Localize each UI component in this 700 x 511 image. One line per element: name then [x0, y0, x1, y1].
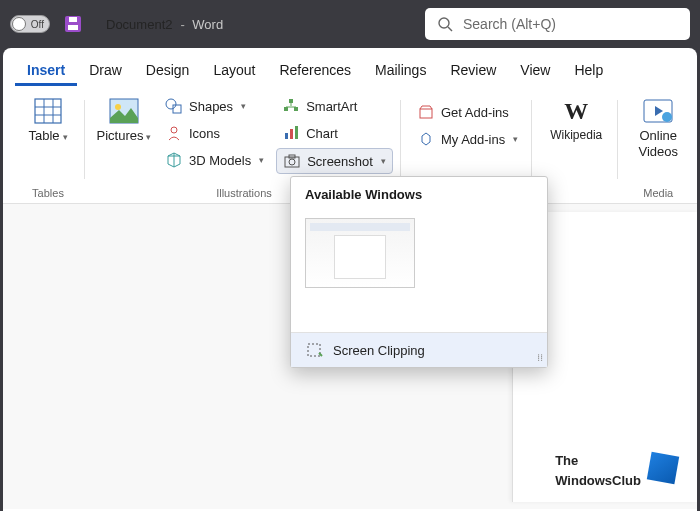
screenshot-label: Screenshot: [307, 154, 373, 169]
pictures-button[interactable]: Pictures▾: [95, 92, 153, 148]
dropdown-header: Available Windows: [291, 177, 547, 212]
tab-review[interactable]: Review: [438, 56, 508, 86]
pictures-icon: [109, 96, 139, 126]
titlebar: Off Document2 - Word: [0, 0, 700, 48]
videos-label2: Videos: [638, 144, 678, 159]
svg-point-28: [662, 112, 672, 122]
window-thumbnail[interactable]: [305, 218, 415, 288]
videos-label1: Online: [639, 128, 677, 143]
search-icon: [437, 16, 453, 32]
svg-rect-26: [420, 109, 432, 118]
icons-icon: [165, 124, 183, 142]
svg-rect-17: [294, 107, 298, 111]
search-input[interactable]: [463, 16, 678, 32]
get-addins-label: Get Add-ins: [441, 105, 509, 120]
svg-rect-16: [284, 107, 288, 111]
group-media-label: Media: [620, 187, 696, 199]
doc-name: Document2: [106, 17, 172, 32]
tab-mailings[interactable]: Mailings: [363, 56, 438, 86]
window-thumbnails: [291, 212, 547, 332]
chart-button[interactable]: Chart: [276, 121, 393, 145]
search-box[interactable]: [425, 8, 690, 40]
toggle-label: Off: [31, 19, 44, 30]
group-tables: Table▾ Tables: [11, 92, 85, 201]
svg-rect-29: [308, 344, 320, 356]
resize-grip-icon[interactable]: ⁞⁞: [537, 352, 543, 363]
tab-references[interactable]: References: [267, 56, 363, 86]
models-label: 3D Models: [189, 153, 251, 168]
svg-rect-1: [68, 25, 78, 30]
my-addins-label: My Add-ins: [441, 132, 505, 147]
group-media: OnlineVideos Media: [620, 92, 696, 201]
illustrations-col1: Shapes▾ Icons 3D Models▾: [159, 92, 270, 172]
ribbon-tabs: Insert Draw Design Layout References Mai…: [3, 48, 697, 86]
svg-rect-13: [173, 105, 181, 113]
screen-clipping-label: Screen Clipping: [333, 343, 425, 358]
save-icon[interactable]: [64, 15, 82, 33]
chevron-down-icon: ▾: [241, 101, 246, 111]
illustrations-col2: SmartArt Chart Screenshot▾: [276, 92, 393, 174]
tab-view[interactable]: View: [508, 56, 562, 86]
tab-design[interactable]: Design: [134, 56, 202, 86]
screenshot-dropdown: Available Windows Screen Clipping ⁞⁞: [290, 176, 548, 368]
3d-models-button[interactable]: 3D Models▾: [159, 148, 270, 172]
wikipedia-label: Wikipedia: [550, 128, 602, 142]
icons-button[interactable]: Icons: [159, 121, 270, 145]
title-dash: -: [180, 17, 188, 32]
shapes-button[interactable]: Shapes▾: [159, 94, 270, 118]
addins-icon: [417, 130, 435, 148]
svg-rect-20: [285, 133, 288, 139]
svg-rect-5: [35, 99, 61, 123]
svg-point-11: [115, 104, 121, 110]
clip-icon: [305, 341, 323, 359]
app-name: Word: [192, 17, 223, 32]
addins-stack: Get Add-ins My Add-ins▾: [411, 92, 524, 151]
svg-rect-2: [69, 17, 77, 22]
svg-rect-21: [290, 129, 293, 139]
wikipedia-button[interactable]: W Wikipedia: [542, 92, 610, 146]
watermark-text: TheWindowsClub: [555, 448, 641, 488]
svg-rect-22: [295, 126, 298, 139]
table-label: Table: [28, 128, 59, 143]
toggle-knob: [12, 17, 26, 31]
shapes-label: Shapes: [189, 99, 233, 114]
screenshot-button[interactable]: Screenshot▾: [276, 148, 393, 174]
table-icon: [33, 96, 63, 126]
svg-point-24: [289, 159, 295, 165]
app-window: Insert Draw Design Layout References Mai…: [3, 48, 697, 511]
chevron-down-icon: ▾: [63, 132, 68, 142]
document-title: Document2 - Word: [106, 16, 223, 32]
camera-icon: [283, 152, 301, 170]
tab-insert[interactable]: Insert: [15, 56, 77, 86]
chevron-down-icon: ▾: [146, 132, 151, 142]
video-icon: [643, 96, 673, 126]
chevron-down-icon: ▾: [513, 134, 518, 144]
watermark: TheWindowsClub: [555, 448, 677, 488]
smartart-label: SmartArt: [306, 99, 357, 114]
screen-clipping-item[interactable]: Screen Clipping: [291, 333, 547, 367]
smartart-button[interactable]: SmartArt: [276, 94, 393, 118]
shapes-icon: [165, 97, 183, 115]
table-button[interactable]: Table▾: [19, 92, 77, 148]
get-addins-button[interactable]: Get Add-ins: [411, 100, 524, 124]
svg-point-3: [439, 18, 449, 28]
online-videos-button[interactable]: OnlineVideos: [628, 92, 688, 163]
svg-point-12: [166, 99, 176, 109]
cube-icon: [165, 151, 183, 169]
icons-label: Icons: [189, 126, 220, 141]
svg-line-4: [448, 27, 452, 31]
svg-rect-15: [289, 99, 293, 103]
tab-layout[interactable]: Layout: [201, 56, 267, 86]
watermark-logo: [647, 452, 679, 484]
autosave-toggle[interactable]: Off: [10, 15, 50, 33]
svg-point-14: [171, 127, 177, 133]
tab-help[interactable]: Help: [562, 56, 615, 86]
my-addins-button[interactable]: My Add-ins▾: [411, 127, 524, 151]
chart-label: Chart: [306, 126, 338, 141]
store-icon: [417, 103, 435, 121]
chevron-down-icon: ▾: [259, 155, 264, 165]
chart-icon: [282, 124, 300, 142]
tab-draw[interactable]: Draw: [77, 56, 134, 86]
pictures-label: Pictures: [97, 128, 144, 143]
chevron-down-icon: ▾: [381, 156, 386, 166]
